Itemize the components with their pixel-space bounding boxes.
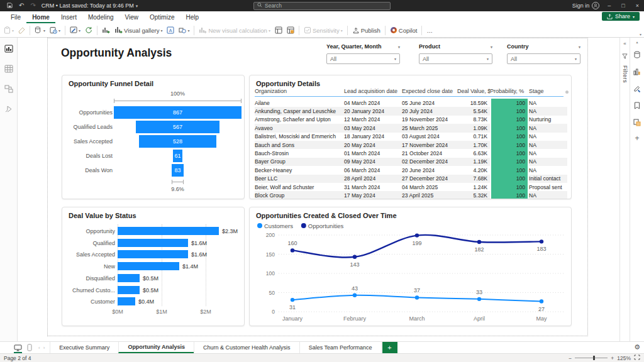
page-tab-sales-team-performance[interactable]: Sales Team Performance [299,342,382,353]
table-row[interactable]: Bauch-Strosin01 March 202421 October 202… [255,149,567,157]
selection-pane-icon[interactable] [633,118,641,129]
table-column-header-stage[interactable]: Stage [529,88,564,94]
share-button[interactable]: Share▾ [602,12,640,21]
report-page[interactable]: Opportunity Analysis Year, Quarter, Mont… [47,38,588,336]
table-row[interactable]: Becker-Heaney06 March 202420 June 20244.… [255,166,567,174]
fit-to-page-icon[interactable] [634,354,640,361]
slicer-collapse-icon[interactable]: ▾ [491,45,492,49]
table-row[interactable]: Balistreri, Mosciski and Emmerich18 Janu… [255,133,567,141]
search-input[interactable]: Search [253,2,391,10]
new-visual-button[interactable] [102,26,110,34]
save-icon[interactable] [7,3,13,9]
data-point-opportunities[interactable] [540,239,543,243]
dax-query-view-icon[interactable] [4,104,13,116]
zoom-slider[interactable] [575,358,608,358]
menu-item-home[interactable]: Home [26,13,55,23]
sign-in-button[interactable]: Sign in [572,2,600,9]
next-page-icon[interactable]: › [43,345,45,351]
transform-data-button[interactable]: ▾ [70,26,80,34]
quick-measure-button[interactable] [275,26,282,34]
table-row[interactable]: Beier, Wolf and Schuster31 March 202404 … [255,183,567,191]
table-view-icon[interactable] [4,64,13,75]
table-scrollbar[interactable] [565,90,569,94]
data-point-customers[interactable] [415,295,419,299]
table-row[interactable]: Ankunding, Casper and Leuschke20 January… [255,107,567,115]
menu-item-insert[interactable]: Insert [55,13,82,23]
desktop-layout-icon[interactable] [14,344,22,351]
bar-sales-accepted[interactable] [118,250,188,258]
menu-item-help[interactable]: Help [180,13,204,23]
table-column-header-deal-value[interactable]: Deal Value, $ [457,88,490,94]
data-point-opportunities[interactable] [477,240,481,244]
table-row[interactable]: Ailane04 March 202405 June 202418.59K100… [255,99,567,107]
table-column-header-expected-close-date[interactable]: Expected close date [402,88,457,94]
bar-opportunity[interactable] [118,227,219,235]
collapse-ribbon-icon[interactable]: ▾ [640,32,641,36]
data-point-customers[interactable] [540,299,543,303]
data-point-opportunities[interactable] [415,233,419,237]
slicer-dropdown[interactable]: All▾ [419,53,492,64]
build-visual-pane-icon[interactable] [633,67,641,78]
document-title-dropdown-icon[interactable]: ▾ [136,4,138,8]
publish-button[interactable]: Publish [352,26,380,34]
slicer-dropdown[interactable]: All▾ [326,53,400,64]
new-page-button[interactable]: + [382,342,397,353]
ribbon-more-button[interactable]: … [426,27,433,34]
document-title[interactable]: CRM • Last saved: Today at 9:46 PM▾ [42,3,138,9]
close-button[interactable]: × [633,3,641,9]
data-point-customers[interactable] [291,298,294,302]
zoom-in-button[interactable]: + [611,355,614,361]
model-view-icon[interactable] [4,84,13,96]
funnel-bar-deals-lost[interactable]: 61 [173,150,182,162]
data-pane-icon[interactable] [633,50,641,61]
slicer-dropdown[interactable]: All▾ [507,53,580,64]
menu-item-view[interactable]: View [119,13,145,23]
page-tab-churn-customer-health-analysis[interactable]: Churn & Customer Health Analysis [194,342,299,353]
filters-pane-label[interactable]: Filters [622,65,628,83]
table-row[interactable]: Bauch and Sons20 May 202417 November 202… [255,141,567,149]
funnel-bar-sales-accepted[interactable]: 528 [139,135,217,148]
table-row[interactable]: Armstrong, Schaefer and Upton12 March 20… [255,116,567,124]
bar-disqualified[interactable] [118,274,140,282]
table-row[interactable]: Beer LLC28 April 202427 December 20247.6… [255,175,567,183]
minimize-button[interactable]: – [605,3,613,9]
maximize-button[interactable]: □ [619,3,627,9]
copilot-button[interactable]: Copilot [390,26,418,34]
page-tab-opportunity-analysis[interactable]: Opportunity Analysis [118,342,194,353]
slicer-collapse-icon[interactable]: ▾ [398,45,400,49]
bookmarks-pane-icon[interactable] [634,101,640,112]
zoom-out-button[interactable]: − [569,355,572,361]
recent-sources-button[interactable]: ▾ [50,26,60,34]
prev-page-icon[interactable]: ‹ [38,345,40,351]
table-column-header-probability[interactable]: Probability, % [490,88,529,94]
table-row[interactable]: Bayer Group09 May 202402 December 20241.… [255,158,567,166]
visual-gallery-button[interactable]: Visual gallery ▾ [114,26,162,34]
bar-customer[interactable] [118,297,135,305]
funnel-bar-opportunities[interactable]: 867 [114,106,242,119]
data-point-customers[interactable] [477,297,481,301]
page-tab-executive-summary[interactable]: Executive Summary [50,342,118,353]
funnel-bar-qualified-leads[interactable]: 567 [136,121,219,133]
calculations-button[interactable] [287,26,294,34]
table-row[interactable]: Avaveo03 May 202425 March 20251.09K100NA [255,124,567,132]
data-point-customers[interactable] [353,293,357,297]
table-visual[interactable]: Opportunity Details OrganizationLead acq… [249,75,572,199]
table-row[interactable]: Block Group17 May 202423 April 20255.32K… [255,191,567,199]
shapes-button[interactable]: ▾ [179,26,189,34]
legend-label-opportunities[interactable]: Opportunities [308,222,344,229]
data-point-opportunities[interactable] [291,248,294,252]
bar-churned-custo[interactable] [118,286,140,294]
pane-scroll-up-icon[interactable]: ▴ [636,40,638,44]
menu-item-optimize[interactable]: Optimize [144,13,180,23]
bar-qualified[interactable] [118,239,188,247]
table-column-header-organization[interactable]: Organization [255,88,344,94]
menu-item-file[interactable]: File [5,13,26,23]
funnel-bar-deals-won[interactable]: 83 [172,164,184,177]
text-box-button[interactable]: A [167,26,174,34]
bar-chart-visual[interactable]: Deal Value by Status $0M$1M$2MOpportunit… [62,207,245,326]
refresh-button[interactable] [85,26,92,34]
settings-gear-icon[interactable]: ⚙ [634,343,640,351]
slicer-collapse-icon[interactable]: ▾ [579,45,580,49]
add-pane-icon[interactable]: + [635,134,639,142]
table-column-header-lead-acquisition-date[interactable]: Lead acquisition date [344,88,402,94]
